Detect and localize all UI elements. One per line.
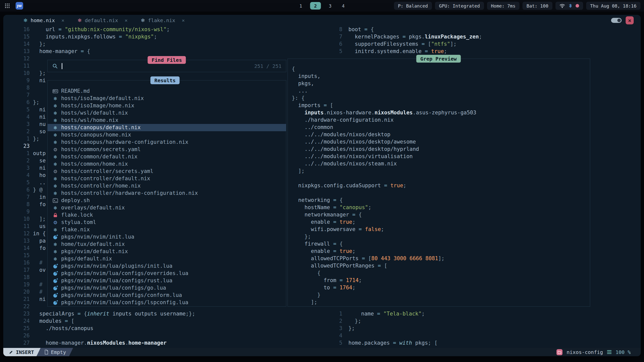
- workspace-button-4[interactable]: 4: [339, 2, 347, 10]
- result-item[interactable]: ❄hosts/canopus/home.nix: [48, 131, 286, 139]
- result-item[interactable]: ❄hosts/common/home.nix: [48, 160, 286, 168]
- result-item[interactable]: pkgs/nvim/nvim/lua/configs/go.lua: [48, 284, 286, 292]
- result-item[interactable]: README.md: [48, 87, 286, 95]
- result-item[interactable]: ❄overlays/default.nix: [48, 204, 286, 211]
- grep-preview-title: Grep Preview: [416, 55, 461, 63]
- result-item[interactable]: ❄hosts/wsl/home.nix: [48, 117, 286, 124]
- code-line: 15 inputs.nixpkgs.follows = "nixpkgs";: [3, 33, 157, 40]
- result-item[interactable]: ❄hosts/controller/home.nix: [48, 182, 286, 190]
- preview-line: to = 1764;: [292, 284, 590, 291]
- lines-icon: [607, 350, 612, 354]
- code-line: 13 home-manager = {: [3, 48, 90, 55]
- status-pill[interactable]: P: Balanced: [394, 2, 432, 10]
- line-number: 14: [3, 245, 30, 252]
- desktop: JW 1234 P: BalancedGPU: IntegratedHome: …: [0, 0, 644, 362]
- line-number: 16: [3, 259, 30, 266]
- result-item[interactable]: pkgs/nvim/nvim/lua/configs/conform.lua: [48, 292, 286, 299]
- result-item[interactable]: pkgs/nvim/nvim/init.lua: [48, 233, 286, 241]
- logo-badge[interactable]: JW: [16, 2, 23, 10]
- preview-line: ...: [292, 87, 590, 95]
- search-icon: [52, 63, 58, 69]
- lua-icon: [53, 234, 58, 240]
- preview-line: };: [292, 233, 590, 240]
- nix-icon: ❄: [53, 249, 58, 254]
- lua-icon: [53, 263, 58, 269]
- app-launcher-icon[interactable]: [4, 2, 11, 10]
- line-number: 2: [3, 128, 30, 135]
- code-line: 12in {: [3, 230, 46, 237]
- systray[interactable]: [555, 2, 583, 10]
- line-number: 2: [3, 157, 30, 164]
- result-label: pkgs/default.nix: [61, 255, 112, 262]
- result-item[interactable]: ❄hosts/common/default.nix: [48, 153, 286, 160]
- workspace-button-2[interactable]: 2: [310, 2, 321, 10]
- line-number: 14: [3, 40, 30, 48]
- result-item[interactable]: ❄hosts/wsl/default.nix: [48, 109, 286, 117]
- line-number: 4: [315, 332, 342, 339]
- result-item[interactable]: pkgs/nvim/nvim/lua/configs/rust.lua: [48, 277, 286, 284]
- result-item[interactable]: ❄pkgs/nvim/default.nix: [48, 248, 286, 255]
- status-pill[interactable]: Bat: 100: [522, 2, 552, 10]
- code-line: 6} @: [3, 186, 43, 194]
- result-item[interactable]: ❄hosts/controller/default.nix: [48, 175, 286, 182]
- result-item[interactable]: ❄hosts/controller/hardware-configuration…: [48, 190, 286, 197]
- clock-text: Thu Aug 08, 18:16: [590, 3, 636, 9]
- statusline-right: nixos-config 100 %: [556, 348, 641, 356]
- result-item[interactable]: pkgs/nvim/nvim/lua/configs/overrides.lua: [48, 270, 286, 277]
- clock[interactable]: Thu Aug 08, 18:16: [586, 2, 640, 10]
- line-number: 10: [3, 70, 30, 77]
- line-number: 10: [3, 215, 30, 223]
- result-item[interactable]: ❄hosts/canopus/default.nix: [48, 124, 286, 131]
- line-number: 7: [3, 194, 30, 201]
- line-number: 8: [3, 201, 30, 208]
- buffer-indicator: Empty: [37, 348, 73, 356]
- workspace-switcher: 1234: [297, 0, 347, 12]
- result-item[interactable]: ❄hosts/isoImage/default.nix: [48, 95, 286, 102]
- result-item[interactable]: pkgs/nvim/nvim/lua/plugins/init.lua: [48, 262, 286, 270]
- line-number: 5: [315, 339, 342, 347]
- preview-line: enable = true;: [292, 218, 590, 226]
- result-label: pkgs/nvim/nvim/lua/configs/go.lua: [61, 284, 166, 292]
- status-pill[interactable]: GPU: Integrated: [435, 2, 484, 10]
- result-item[interactable]: ❄hosts/canopus/hardware-configuration.ni…: [48, 139, 286, 146]
- workspace-button-1[interactable]: 1: [297, 2, 305, 10]
- preview-line: ../../modules/nixos/desktop/awesome: [292, 138, 590, 146]
- line-number: 26: [3, 332, 30, 339]
- status-pill[interactable]: Home: 7ms: [487, 2, 520, 10]
- nix-icon: ❄: [53, 132, 58, 138]
- code-line: 26: [3, 332, 33, 339]
- result-item[interactable]: ⚙stylua.toml: [48, 219, 286, 226]
- code-line: 27 home-manager.nixosModules.home-manage…: [3, 339, 167, 347]
- result-item[interactable]: ⚙hosts/common/secrets.yaml: [48, 146, 286, 153]
- nix-icon: ❄: [53, 118, 58, 123]
- code-line: 8 fo: [3, 201, 46, 208]
- result-item[interactable]: pkgs/nvim/nvim/lua/configs/lspconfig.lua: [48, 299, 286, 306]
- result-item[interactable]: ❄home/tux/default.nix: [48, 241, 286, 248]
- preview-line: ];: [292, 167, 590, 175]
- code-line: 11: [3, 62, 33, 70]
- code-line: 2 se: [3, 157, 46, 164]
- workspace-button-3[interactable]: 3: [326, 2, 334, 10]
- preview-line: ];: [292, 299, 590, 306]
- topbar-right: P: BalancedGPU: IntegratedHome: 7msBat: …: [394, 2, 640, 10]
- code-line: 4: [315, 332, 348, 339]
- line-number: 23: [3, 143, 30, 150]
- line-number: 21: [3, 296, 30, 303]
- result-item[interactable]: ⚙hosts/controller/secrets.yaml: [48, 168, 286, 175]
- result-item[interactable]: flake.lock: [48, 211, 286, 219]
- result-counter: 251 / 251: [254, 63, 281, 69]
- line-number: 8: [3, 84, 30, 92]
- result-item[interactable]: deploy.sh: [48, 197, 286, 204]
- preview-line: {: [292, 65, 590, 73]
- line-number: 12: [3, 55, 30, 62]
- result-item[interactable]: ❄hosts/isoImage/home.nix: [48, 102, 286, 109]
- result-item[interactable]: ❄pkgs/default.nix: [48, 255, 286, 262]
- line-number: 7: [3, 92, 30, 99]
- result-item[interactable]: ❄flake.nix: [48, 226, 286, 233]
- result-label: flake.nix: [61, 226, 90, 233]
- nix-icon: ❄: [53, 96, 58, 101]
- line-number: 23: [3, 310, 30, 318]
- line-number: 9: [3, 77, 30, 84]
- preview-line: firewall = {: [292, 240, 590, 248]
- nix-icon: ❄: [53, 110, 58, 116]
